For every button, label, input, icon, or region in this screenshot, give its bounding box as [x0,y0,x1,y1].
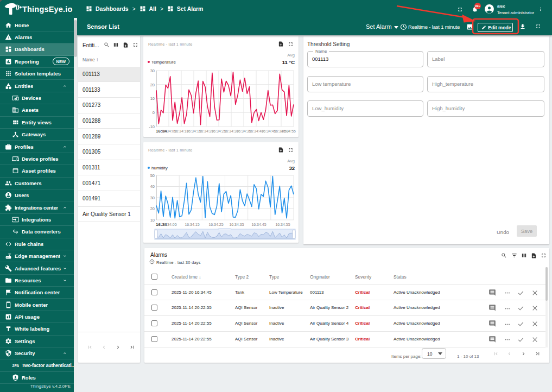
svg-text:20: 20 [150,206,155,211]
svg-text:50: 50 [150,173,155,178]
svg-text:16:34:55: 16:34:55 [281,129,296,133]
svg-text:40: 40 [150,184,155,189]
svg-text:20: 20 [150,83,155,87]
svg-text:0: 0 [153,110,155,115]
svg-text:16:34:05: 16:34:05 [162,223,176,226]
svg-text:16:34:45: 16:34:45 [251,223,266,226]
svg-text:16:34:35: 16:34:35 [229,223,244,226]
svg-text:30: 30 [150,68,155,73]
svg-text:2FA: 2FA [12,364,19,368]
svg-text:16:34:55: 16:34:55 [275,223,290,226]
svg-text:16:34:15: 16:34:15 [185,223,199,226]
svg-text:16:34:25: 16:34:25 [208,223,223,226]
svg-text:10: 10 [150,96,155,101]
svg-text:-10: -10 [149,124,155,129]
svg-text:30: 30 [150,195,155,200]
svg-text:10: 10 [150,218,155,223]
